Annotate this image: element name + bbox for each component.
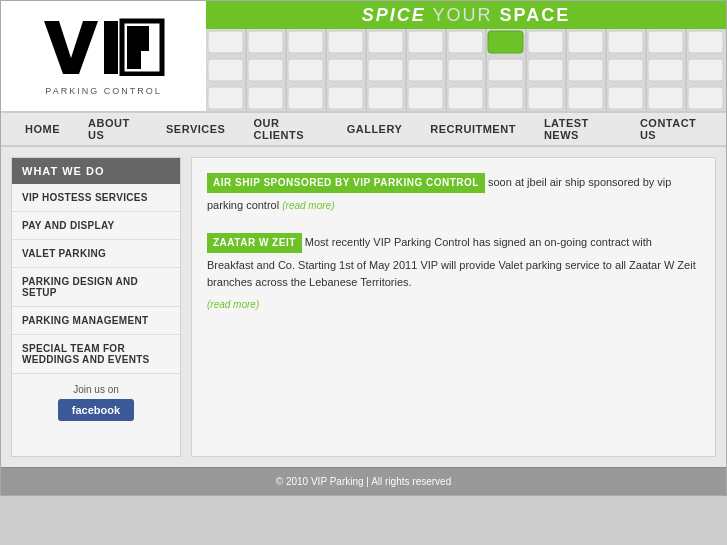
svg-rect-34 [328,59,363,81]
svg-rect-21 [328,31,363,53]
news-tag-1: ZAATAR W ZEIT [207,233,302,253]
svg-rect-53 [568,87,603,109]
logo-area: PARKING CONTROL [1,1,206,111]
svg-rect-20 [288,31,323,53]
sidebar-item-parking-design[interactable]: PARKING DESIGN AND SETUP [12,268,180,307]
svg-rect-49 [408,87,443,109]
nav-bar: HOME ABOUT US SERVICES OUR CLIENTS GALLE… [1,111,726,147]
svg-rect-56 [688,87,723,109]
svg-rect-18 [208,31,243,53]
svg-rect-28 [608,31,643,53]
svg-rect-30 [688,31,723,53]
read-more-0[interactable]: (read more) [282,200,334,211]
news-tag-0: AIR SHIP SPONSORED BY VIP PARKING CONTRO… [207,173,485,193]
svg-rect-51 [488,87,523,109]
svg-rect-23 [408,31,443,53]
read-more-1[interactable]: (read more) [207,299,259,310]
svg-rect-4 [127,26,141,69]
svg-rect-55 [648,87,683,109]
svg-rect-43 [688,59,723,81]
header: PARKING CONTROL SPICE YOUR SPACE [1,1,726,111]
svg-rect-19 [248,31,283,53]
sidebar-item-parking-mgmt[interactable]: PARKING MANAGEMENT [12,307,180,335]
svg-rect-29 [648,31,683,53]
svg-rect-47 [328,87,363,109]
page-wrapper: PARKING CONTROL SPICE YOUR SPACE [0,0,727,496]
svg-rect-33 [288,59,323,81]
svg-rect-37 [448,59,483,81]
banner-tagline: SPICE YOUR SPACE [362,5,570,26]
svg-rect-27 [568,31,603,53]
svg-rect-38 [488,59,523,81]
nav-latest-news[interactable]: LATEST NEWS [530,111,626,147]
svg-rect-31 [208,59,243,81]
svg-rect-25 [488,31,523,53]
svg-rect-36 [408,59,443,81]
svg-rect-44 [208,87,243,109]
tagline-your: YOUR [426,5,500,25]
sidebar-header: WHAT WE DO [12,158,180,184]
sidebar-item-pay-display[interactable]: PAY AND DISPLAY [12,212,180,240]
svg-rect-1 [104,21,118,74]
news-item-1: ZAATAR W ZEIT Most recently VIP Parking … [207,233,700,314]
svg-rect-22 [368,31,403,53]
svg-rect-35 [368,59,403,81]
svg-rect-48 [368,87,403,109]
svg-rect-40 [568,59,603,81]
banner-top-bar: SPICE YOUR SPACE [206,1,726,29]
logo-vip [39,16,169,84]
svg-rect-32 [248,59,283,81]
svg-rect-54 [608,87,643,109]
footer: © 2010 VIP Parking | All rights reserved [1,467,726,495]
content-area: WHAT WE DO VIP HOSTESS SERVICES PAY AND … [1,147,726,467]
tagline-space: SPACE [500,5,571,25]
nav-contact[interactable]: CONTACT US [626,111,716,147]
svg-rect-52 [528,87,563,109]
nav-home[interactable]: HOME [11,111,74,147]
svg-rect-46 [288,87,323,109]
main-content: AIR SHIP SPONSORED BY VIP PARKING CONTRO… [191,157,716,457]
footer-text: © 2010 VIP Parking | All rights reserved [276,476,451,487]
news-item-0: AIR SHIP SPONSORED BY VIP PARKING CONTRO… [207,173,700,215]
sidebar-item-special-team[interactable]: SPECIAL TEAM FOR WEDDINGS AND EVENTS [12,335,180,374]
sidebar-item-hostess[interactable]: VIP HOSTESS SERVICES [12,184,180,212]
svg-rect-39 [528,59,563,81]
logo-box: PARKING CONTROL [39,16,169,96]
svg-rect-24 [448,31,483,53]
nav-about[interactable]: ABOUT US [74,111,152,147]
svg-marker-0 [44,21,98,74]
sidebar: WHAT WE DO VIP HOSTESS SERVICES PAY AND … [11,157,181,457]
join-us-label: Join us on [22,384,170,395]
svg-rect-26 [528,31,563,53]
tagline-spice: SPICE [362,5,426,25]
sidebar-item-valet[interactable]: VALET PARKING [12,240,180,268]
banner-image [206,29,726,111]
nav-services[interactable]: SERVICES [152,111,239,147]
nav-gallery[interactable]: GALLERY [333,111,417,147]
facebook-button[interactable]: facebook [58,399,134,421]
svg-rect-45 [248,87,283,109]
nav-recruitment[interactable]: RECRUITMENT [416,111,530,147]
svg-rect-41 [608,59,643,81]
sidebar-social: Join us on facebook [12,374,180,431]
logo-parking-text: PARKING CONTROL [39,86,169,96]
svg-rect-42 [648,59,683,81]
svg-rect-50 [448,87,483,109]
nav-clients[interactable]: OUR CLIENTS [239,111,332,147]
banner-area: SPICE YOUR SPACE [206,1,726,111]
